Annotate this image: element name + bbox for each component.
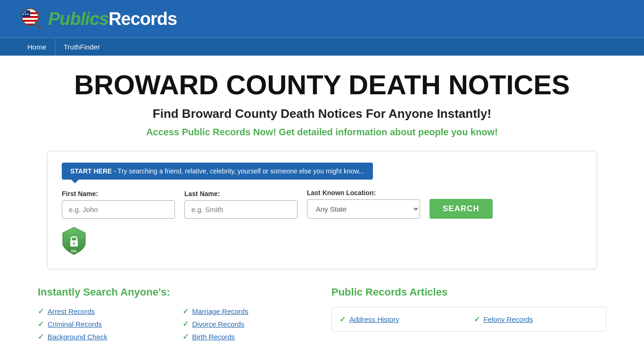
state-select[interactable]: Any State AlabamaAlaskaArizona ArkansasC…: [307, 199, 420, 219]
list-item: ✓ Background Check: [38, 332, 168, 341]
svg-rect-4: [22, 20, 39, 22]
logo-text: PublicsRecords: [48, 9, 177, 29]
nav-home[interactable]: Home: [19, 38, 55, 56]
list-item: ✓ Arrest Records: [38, 307, 168, 316]
svg-text:SSL: SSL: [71, 249, 77, 253]
checkmark-icon: ✓: [339, 315, 346, 324]
bottom-section: Instantly Search Anyone's: ✓ Arrest Reco…: [19, 286, 625, 341]
last-name-group: Last Name:: [184, 190, 297, 219]
address-history-link[interactable]: Address History: [349, 315, 399, 323]
list-item: ✓ Birth Records: [182, 332, 313, 341]
last-name-input[interactable]: [184, 200, 297, 219]
birth-records-link[interactable]: Birth Records: [192, 333, 235, 341]
felony-records-link[interactable]: Felony Records: [484, 315, 533, 323]
logo-publics: Publics: [48, 9, 108, 29]
checkmark-icon: ✓: [182, 332, 189, 341]
ssl-shield-icon: SSL: [62, 226, 86, 255]
list-item: ✓ Criminal Records: [38, 320, 168, 329]
start-banner-strong: START HERE: [70, 167, 112, 175]
start-banner: START HERE - Try searching a friend, rel…: [62, 163, 373, 180]
start-banner-text: - Try searching a friend, relative, cele…: [114, 167, 364, 175]
first-name-label: First Name:: [62, 190, 175, 197]
list-item: ✓ Felony Records: [474, 315, 599, 324]
articles-box: ✓ Address History ✓ Felony Records: [331, 307, 606, 332]
checkmark-icon: ✓: [38, 332, 44, 341]
search-form-row: First Name: Last Name: Last Known Locati…: [62, 189, 582, 219]
checkmark-icon: ✓: [182, 307, 189, 316]
svg-rect-13: [74, 243, 74, 245]
arrest-records-link[interactable]: Arrest Records: [48, 307, 95, 315]
logo-icon: ★★★ ★★: [19, 6, 45, 32]
first-name-group: First Name:: [62, 190, 175, 219]
background-check-link[interactable]: Background Check: [48, 333, 107, 341]
location-group: Last Known Location: Any State AlabamaAl…: [307, 189, 420, 219]
svg-line-10: [36, 23, 41, 29]
articles-section: Public Records Articles ✓ Address Histor…: [331, 286, 606, 341]
search-container: START HERE - Try searching a friend, rel…: [47, 151, 597, 269]
ssl-badge: SSL: [62, 226, 582, 255]
checkmark-icon: ✓: [38, 320, 44, 329]
divorce-records-link[interactable]: Divorce Records: [192, 320, 245, 328]
first-name-input[interactable]: [62, 200, 175, 219]
list-item: ✓ Marriage Records: [182, 307, 313, 316]
logo[interactable]: ★★★ ★★ PublicsRecords: [19, 6, 177, 32]
page-title: BROWARD COUNTY DEATH NOTICES: [19, 70, 625, 100]
checkmark-icon: ✓: [182, 320, 189, 329]
page-tagline: Access Public Records Now! Get detailed …: [19, 127, 625, 138]
marriage-records-link[interactable]: Marriage Records: [192, 307, 248, 315]
list-item: ✓ Divorce Records: [182, 320, 313, 329]
nav-truthfinder[interactable]: TruthFinder: [55, 38, 108, 56]
logo-records: Records: [108, 9, 177, 29]
list-item: ✓ Address History: [339, 315, 464, 324]
search-button[interactable]: SEARCH: [429, 199, 493, 219]
checkmark-icon: ✓: [474, 315, 480, 324]
right-section-heading: Public Records Articles: [331, 286, 606, 298]
header: ★★★ ★★ PublicsRecords: [0, 0, 644, 38]
criminal-records-link[interactable]: Criminal Records: [48, 320, 102, 328]
left-section-heading: Instantly Search Anyone's:: [38, 286, 313, 298]
location-label: Last Known Location:: [307, 189, 420, 197]
navigation: Home TruthFinder: [0, 38, 644, 56]
instantly-search-section: Instantly Search Anyone's: ✓ Arrest Reco…: [38, 286, 313, 341]
articles-grid: ✓ Address History ✓ Felony Records: [339, 315, 598, 324]
last-name-label: Last Name:: [184, 190, 297, 197]
main-content: BROWARD COUNTY DEATH NOTICES Find Browar…: [0, 56, 644, 355]
checkmark-icon: ✓: [38, 307, 44, 316]
page-subtitle: Find Broward County Death Notices For An…: [19, 107, 625, 121]
records-grid: ✓ Arrest Records ✓ Marriage Records ✓ Cr…: [38, 307, 313, 341]
